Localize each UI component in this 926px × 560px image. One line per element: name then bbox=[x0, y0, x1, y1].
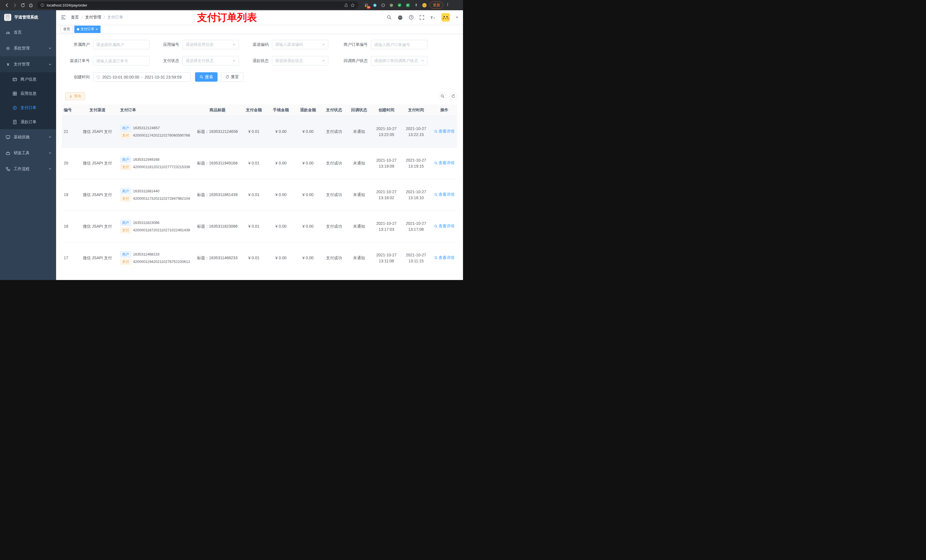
star-icon[interactable] bbox=[351, 3, 355, 8]
sidebar-item-pay[interactable]: ¥ 支付管理 bbox=[0, 56, 56, 72]
breadcrumb: 首页 / 支付管理 / 支付订单 bbox=[71, 15, 123, 20]
breadcrumb-section[interactable]: 支付管理 bbox=[85, 15, 101, 20]
channel-code-select[interactable]: 请输入渠道编码 bbox=[272, 40, 328, 49]
extension-badge: 10 bbox=[367, 6, 371, 9]
sidebar-item-infra[interactable]: 基础设施 bbox=[0, 129, 56, 145]
toggle-search-button[interactable] bbox=[439, 92, 446, 100]
chat-extension-icon[interactable] bbox=[405, 3, 410, 8]
cell-paid-time: 2021-10-27 13:18:10 bbox=[401, 179, 431, 211]
view-detail-link[interactable]: 查看详情 bbox=[434, 192, 454, 198]
refresh-table-button[interactable] bbox=[449, 92, 457, 100]
column-header-refund: 退款金额 bbox=[294, 104, 321, 116]
cell-notify-status: 未通知 bbox=[346, 116, 372, 147]
column-header-paid: 支付时间 bbox=[401, 104, 431, 116]
pin-extension-icon[interactable] bbox=[413, 3, 419, 8]
sidebar-item-workflow[interactable]: 工作流程 bbox=[0, 161, 56, 177]
tab-home[interactable]: 首页 bbox=[61, 26, 73, 33]
tab-pay-order[interactable]: 支付订单 × bbox=[74, 26, 100, 33]
cell-amount: ¥ 0.01 bbox=[240, 116, 267, 147]
caret-down-icon[interactable] bbox=[455, 16, 458, 19]
search-icon[interactable] bbox=[387, 15, 392, 20]
sidebar-item-home[interactable]: 首页 bbox=[0, 24, 56, 41]
app-select[interactable]: 请选择应用信息 bbox=[183, 40, 239, 49]
reload-icon[interactable] bbox=[19, 1, 27, 9]
view-detail-label: 查看详情 bbox=[439, 128, 454, 134]
github-icon[interactable] bbox=[398, 15, 403, 20]
top-navbar: 首页 / 支付管理 / 支付订单 支付订单列表 ? bbox=[56, 10, 463, 24]
cell-title: 标题：1635311823086 bbox=[195, 211, 240, 242]
view-detail-link[interactable]: 查看详情 bbox=[434, 255, 454, 261]
view-detail-link[interactable]: 查看详情 bbox=[434, 128, 454, 134]
cell-pay-status: 支付成功 bbox=[321, 179, 346, 211]
extensions-grid-icon[interactable]: 10 bbox=[364, 3, 369, 8]
create-time-range-picker[interactable]: 2021-10-01 00:00:00 - 2021-10-31 23:59:5… bbox=[93, 72, 191, 82]
column-header-title: 商品标题 bbox=[195, 104, 240, 116]
home-button-icon[interactable] bbox=[27, 1, 35, 9]
sidebar-item-merchant-info[interactable]: 商户信息 bbox=[0, 72, 56, 86]
sidebar-item-system[interactable]: 系统管理 bbox=[0, 41, 56, 56]
column-header-created: 创建时间 bbox=[372, 104, 401, 116]
pay-tag: 支付 bbox=[120, 164, 131, 170]
hamburger-icon[interactable] bbox=[61, 15, 67, 20]
sidebar-item-app-info[interactable]: 应用信息 bbox=[0, 86, 56, 101]
forward-icon[interactable] bbox=[11, 1, 19, 9]
drop-extension-icon[interactable] bbox=[372, 3, 377, 8]
search-button[interactable]: 搜索 bbox=[195, 72, 218, 82]
app-body: 芋道管理系统 首页 系统管理 ¥ 支付管理 商户信息 bbox=[0, 10, 463, 280]
check-extension-icon[interactable] bbox=[397, 3, 402, 8]
merchant-order-line: 商户 1635311949168 bbox=[120, 157, 193, 163]
cell-fee: ¥ 0.00 bbox=[267, 116, 294, 147]
cell-created-time: 2021-10-27 13:18:02 bbox=[372, 179, 401, 211]
sidebar-item-dev-tools[interactable]: 研发工具 bbox=[0, 145, 56, 161]
magnifier-icon bbox=[434, 162, 438, 165]
reset-button[interactable]: 重置 bbox=[221, 72, 244, 82]
notify-status-select[interactable]: 请选择订单回调商户状态 bbox=[371, 56, 427, 65]
cell-pay-order: 商户 1635312124657 支付 42000011742021102780… bbox=[117, 116, 195, 147]
address-bar[interactable]: localhost:1024/pay/order bbox=[37, 2, 358, 9]
olive-extension-icon[interactable] bbox=[389, 3, 394, 8]
sidebar-logo[interactable]: 芋道管理系统 bbox=[0, 10, 56, 24]
merchant-input[interactable] bbox=[93, 40, 150, 49]
filter-label: 回调商户状态 bbox=[335, 56, 371, 65]
close-icon[interactable]: × bbox=[96, 27, 98, 31]
browser-update-button[interactable]: 更新 bbox=[430, 2, 443, 9]
workflow-icon bbox=[6, 167, 10, 171]
filter-field-merchant: 所属商户 bbox=[62, 40, 150, 49]
sidebar-item-refund-order[interactable]: 退款订单 bbox=[0, 115, 56, 129]
breadcrumb-separator: / bbox=[104, 15, 105, 20]
reset-button-label: 重置 bbox=[231, 74, 239, 80]
sidebar-item-pay-order[interactable]: 支付订单 bbox=[0, 101, 56, 115]
pay-order-no: 4200001174202110278060590766 bbox=[133, 133, 190, 138]
refund-doc-icon bbox=[12, 120, 17, 124]
yen-icon: ¥ bbox=[6, 62, 10, 66]
cell-refund bbox=[294, 274, 321, 280]
breadcrumb-home[interactable]: 首页 bbox=[71, 15, 79, 20]
app-title: 芋道管理系统 bbox=[14, 15, 38, 20]
merchant-order-no-input[interactable] bbox=[371, 40, 427, 49]
svg-text:T: T bbox=[433, 17, 435, 20]
merchant-order-no: 1635312124657 bbox=[133, 125, 160, 131]
export-button-label: 导出 bbox=[74, 94, 82, 99]
info-icon[interactable] bbox=[41, 3, 44, 7]
kebab-menu-icon[interactable] bbox=[446, 2, 449, 8]
font-size-icon[interactable]: TT bbox=[430, 15, 436, 20]
user-avatar[interactable] bbox=[441, 13, 450, 22]
pay-tag: 支付 bbox=[120, 132, 131, 139]
cell-id: 17 bbox=[62, 242, 77, 274]
cell-created-time bbox=[372, 274, 401, 280]
question-icon[interactable]: ? bbox=[409, 15, 414, 20]
refund-status-select[interactable]: 请选择退款状态 bbox=[272, 56, 328, 65]
back-icon[interactable] bbox=[3, 1, 11, 9]
chevron-down-icon bbox=[322, 42, 325, 47]
chevron-up-icon bbox=[48, 62, 51, 66]
fullscreen-icon[interactable] bbox=[419, 15, 424, 20]
profile-avatar-icon[interactable] bbox=[422, 3, 427, 8]
ring-extension-icon[interactable] bbox=[380, 3, 386, 8]
view-detail-link[interactable]: 查看详情 bbox=[434, 223, 454, 229]
channel-order-no-input[interactable] bbox=[93, 56, 150, 65]
view-detail-link[interactable]: 查看详情 bbox=[434, 160, 454, 166]
share-icon[interactable] bbox=[344, 3, 348, 8]
export-button[interactable]: 导出 bbox=[65, 92, 85, 100]
pay-status-select[interactable]: 请选择支付状态 bbox=[183, 56, 239, 65]
cell-actions: 查看详情 bbox=[431, 242, 457, 274]
